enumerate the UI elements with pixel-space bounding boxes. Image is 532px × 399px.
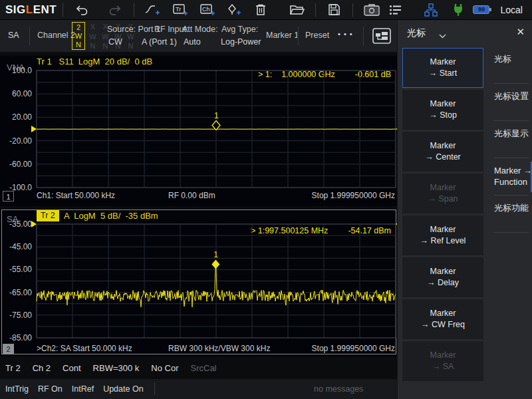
toolbar-divider bbox=[352, 3, 353, 17]
top-toolbar: SIGLENT Tr Ch bbox=[0, 0, 532, 20]
network-icon[interactable] bbox=[422, 1, 441, 19]
marker-to-ref-level-button[interactable]: Marker→ Ref Level bbox=[402, 215, 483, 255]
trace-status-row: Tr 2 Ch 2 Cont RBW=300 k No Cor SrcCal bbox=[0, 359, 397, 376]
panel-tab-column: 光标 光标设置 光标显示 Marker →Function 光标功能 bbox=[487, 47, 532, 233]
att-mode-field-label: Att Mode: bbox=[182, 25, 218, 34]
marker-to-cw-freq-button[interactable]: Marker→ CW Freq bbox=[402, 299, 483, 339]
marker-to-start-button[interactable]: Marker→ Start bbox=[402, 48, 483, 88]
status-sweep-mode[interactable]: Cont bbox=[63, 363, 80, 373]
mode-indicator[interactable]: Local bbox=[500, 5, 522, 15]
open-file-icon[interactable] bbox=[288, 1, 307, 19]
undo-icon[interactable] bbox=[72, 1, 91, 19]
status-ref: IntRef bbox=[72, 384, 94, 394]
appbar-divider bbox=[298, 27, 299, 45]
toolbar-divider bbox=[315, 3, 316, 17]
y-tick-label: -55.00 bbox=[1, 265, 32, 274]
y-tick-label: -20.00 bbox=[1, 136, 32, 146]
sa-plot[interactable]: 1 bbox=[0, 209, 397, 356]
close-icon[interactable]: ✕ bbox=[516, 26, 525, 38]
marker-1-button[interactable]: Marker 1 bbox=[266, 31, 297, 40]
battery-level: 99 bbox=[478, 6, 485, 13]
more-button[interactable]: • • • bbox=[338, 30, 353, 38]
statusbar-divider bbox=[154, 383, 155, 395]
panel-button-column: Marker→ Start Marker→ Stop Marker→ Cente… bbox=[402, 48, 483, 383]
status-channel[interactable]: Ch 2 bbox=[33, 363, 51, 373]
vna-plot[interactable]: 1 bbox=[0, 56, 397, 206]
layout-grid-icon[interactable] bbox=[370, 24, 394, 48]
save-icon[interactable] bbox=[325, 1, 344, 19]
appbar-divider bbox=[363, 27, 364, 45]
siglent-instrument-screen: SIGLENT Tr Ch bbox=[0, 0, 532, 399]
status-rbw[interactable]: RBW=300 k bbox=[93, 363, 140, 373]
svg-text:Tr: Tr bbox=[176, 6, 181, 13]
menu-icon[interactable] bbox=[386, 1, 406, 19]
delete-icon[interactable] bbox=[251, 1, 271, 19]
battery-icon: 99 bbox=[473, 5, 489, 14]
power-icon[interactable] bbox=[449, 1, 468, 19]
preset-button[interactable]: Preset bbox=[305, 31, 329, 40]
y-tick-label: 100.0 bbox=[1, 66, 32, 75]
marker-function-panel: 光标 ✕ Marker→ Start Marker→ Stop Marker→ … bbox=[397, 20, 532, 399]
marker-to-sa-button: Marker→ SA bbox=[402, 341, 483, 381]
y-tick-label: -75.00 bbox=[1, 311, 32, 320]
vna-start-freq: Ch1: Start 50.000 kHz bbox=[37, 191, 115, 200]
redo-icon[interactable] bbox=[106, 1, 125, 19]
limit-line-add-icon[interactable] bbox=[143, 1, 162, 19]
marker-to-center-button[interactable]: Marker→ Center bbox=[402, 132, 483, 172]
trace-add-icon[interactable]: Tr bbox=[171, 1, 190, 19]
vna-footer: 1 Ch1: Start 50.000 kHz RF 0.00 dBm Stop… bbox=[0, 191, 397, 203]
marker-to-stop-button[interactable]: Marker→ Stop bbox=[402, 90, 483, 130]
status-trigger: IntTrig bbox=[5, 384, 29, 394]
tab-marker-func-cn[interactable]: 光标功能 bbox=[487, 196, 532, 233]
message-area: no messages bbox=[314, 384, 363, 394]
status-trace[interactable]: Tr 2 bbox=[5, 363, 21, 373]
y-tick-label: -100.0 bbox=[1, 183, 32, 192]
tab-marker[interactable]: 光标 bbox=[487, 47, 532, 84]
avg-type-field-value[interactable]: Log-Power bbox=[221, 37, 261, 47]
svg-text:Ch: Ch bbox=[202, 6, 210, 13]
avg-type-field-label: Avg Type: bbox=[221, 25, 258, 34]
vna-rf-power: RF 0.00 dBm bbox=[168, 191, 215, 200]
y-tick-label: -65.00 bbox=[1, 288, 32, 297]
marker-to-delay-button[interactable]: Marker→ Delay bbox=[402, 257, 483, 297]
tab-marker-setup[interactable]: 光标设置 bbox=[487, 84, 532, 121]
source-field-value[interactable]: CW bbox=[108, 37, 122, 47]
tab-marker-function[interactable]: Marker →Function bbox=[487, 158, 532, 196]
vna-trace-window[interactable]: VNA Tr 1 S11 LogM 20 dB/ 0 dB > 1: 1.000… bbox=[0, 56, 397, 206]
toolbar-divider bbox=[63, 3, 63, 17]
status-srccal: SrcCal bbox=[191, 363, 217, 373]
panel-title[interactable]: 光标 bbox=[407, 27, 426, 39]
sa-window-id[interactable]: 2 bbox=[3, 344, 14, 354]
siglent-logo: SIGLENT bbox=[5, 3, 57, 17]
channel-add-icon[interactable]: Ch bbox=[198, 1, 217, 19]
appbar-divider bbox=[29, 27, 30, 45]
channel-label[interactable]: Channel 2 bbox=[37, 31, 75, 40]
tab-marker-display[interactable]: 光标显示 bbox=[487, 121, 532, 158]
y-tick-label: -85.00 bbox=[1, 333, 32, 342]
vna-stop-freq: Stop 1.999950000 GHz bbox=[312, 191, 395, 200]
sa-rbw-vbw: RBW 300 kHz/VBW 300 kHz bbox=[168, 344, 270, 353]
att-mode-field-value[interactable]: Auto bbox=[184, 37, 201, 47]
y-tick-label: -35.00 bbox=[1, 219, 32, 229]
svg-text:1: 1 bbox=[214, 111, 219, 120]
channel-trace-state[interactable]: XWN bbox=[87, 23, 98, 50]
source-field-label: Source: Port 1 bbox=[107, 25, 160, 34]
chevron-down-icon[interactable] bbox=[439, 29, 446, 41]
toolbar-divider bbox=[134, 3, 134, 17]
system-status-bar: IntTrig RF On IntRef Update On no messag… bbox=[0, 379, 397, 399]
channel-app-bar: SA Channel 2 2 W N XWN XWN XWN XWN Sourc… bbox=[0, 20, 397, 52]
svg-text:1: 1 bbox=[213, 250, 218, 259]
sa-stop-freq: Stop 1.999950000 GHz bbox=[312, 344, 395, 353]
tab-sa[interactable]: SA bbox=[8, 31, 19, 40]
sa-start-freq: >Ch2: SA Start 50.000 kHz bbox=[37, 344, 132, 353]
channel-trace-state-active[interactable]: 2 W N bbox=[72, 22, 85, 50]
status-rf: RF On bbox=[38, 384, 63, 394]
panel-header: 光标 ✕ bbox=[398, 20, 532, 47]
sa-trace-window[interactable]: SA Tr 2 A LogM 5 dB/ -35 dBm > 1:997.500… bbox=[0, 209, 397, 356]
screenshot-icon[interactable] bbox=[362, 1, 381, 19]
marker-add-icon[interactable] bbox=[225, 1, 245, 19]
sa-footer: 2 >Ch2: SA Start 50.000 kHz RBW 300 kHz/… bbox=[0, 344, 397, 356]
vna-window-id[interactable]: 1 bbox=[3, 191, 14, 201]
marker-to-span-button: Marker→ Span bbox=[402, 174, 483, 213]
rf-input-field-value[interactable]: A (Port 1) bbox=[142, 37, 177, 47]
